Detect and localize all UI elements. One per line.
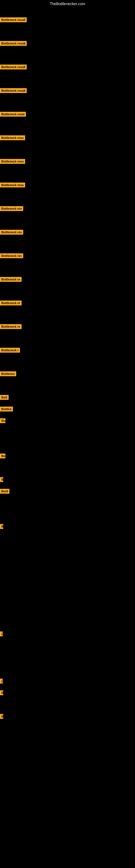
bottleneck-badge-13[interactable]: Bottleneck re [0,301,21,305]
bottleneck-badge-16[interactable]: Bottlenec [0,371,16,376]
bottleneck-badge-3[interactable]: Bottleneck result [0,65,27,69]
bottleneck-badge-23[interactable]: B [0,524,3,529]
bottleneck-badge-26[interactable]: B [0,690,3,695]
bottleneck-badge-14[interactable]: Bottleneck re [0,324,21,329]
bottleneck-badge-9[interactable]: Bottleneck res [0,206,23,211]
bottleneck-badge-5[interactable]: Bottleneck resul [0,112,26,117]
bottleneck-badge-12[interactable]: Bottleneck re [0,277,21,282]
bottleneck-badge-27[interactable]: B [0,714,3,719]
bottleneck-badge-24[interactable]: | [0,631,3,637]
bottleneck-badge-17[interactable]: Bott [0,395,9,400]
bottleneck-badge-4[interactable]: Bottleneck result [0,88,27,93]
bottleneck-badge-7[interactable]: Bottleneck resu [0,159,25,164]
bottleneck-badge-15[interactable]: Bottleneck r [0,348,20,352]
bottleneck-badge-20[interactable]: Bo [0,454,5,458]
bottleneck-badge-11[interactable]: Bottleneck res [0,253,23,258]
bottleneck-badge-8[interactable]: Bottleneck resu [0,183,25,187]
bottleneck-badge-19[interactable]: Bo [0,418,5,423]
bottleneck-badge-25[interactable]: | [0,679,3,684]
bottleneck-badge-6[interactable]: Bottleneck resu [0,135,25,140]
site-title: TheBottlenecker.com [0,0,135,8]
bottleneck-badge-1[interactable]: Bottleneck result [0,18,27,22]
bottleneck-badge-22[interactable]: Bottl [0,489,9,494]
bottleneck-badge-21[interactable]: B [0,477,3,482]
bottleneck-badge-10[interactable]: Bottleneck res [0,230,23,235]
bottleneck-badge-2[interactable]: Bottleneck result [0,41,27,46]
bottleneck-badge-18[interactable]: Bottlen [0,407,13,411]
